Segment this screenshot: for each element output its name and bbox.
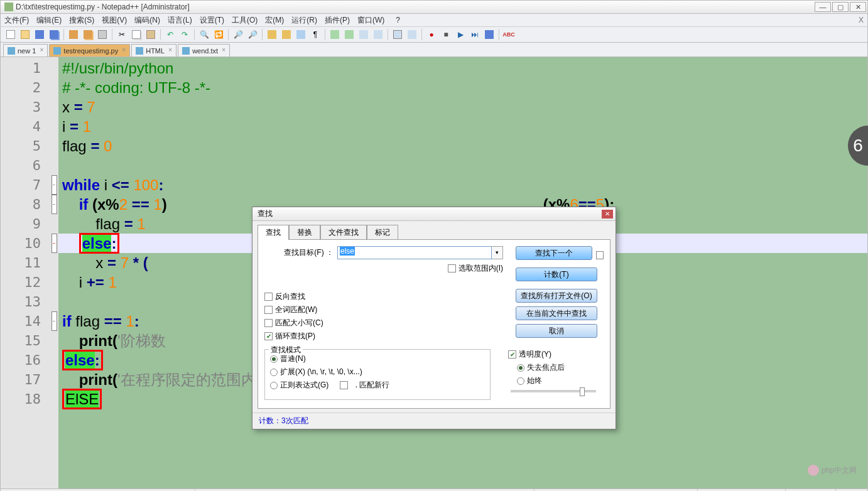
reverse-checkbox[interactable]	[264, 293, 273, 301]
mode-extended-radio[interactable]	[270, 369, 278, 376]
title-bar: D:\txt\testrequestimg.py - Notepad++ [Ad…	[0, 0, 868, 14]
find-icon[interactable]: 🔍	[198, 28, 210, 41]
copy-icon[interactable]	[130, 28, 143, 41]
close-icon[interactable]: ×	[38, 46, 45, 54]
find-in-current-button[interactable]: 在当前文件中查找	[516, 306, 597, 320]
func-list-icon[interactable]	[357, 28, 370, 41]
menu-search[interactable]: 搜索(S)	[69, 15, 94, 26]
stop-icon[interactable]: ■	[440, 28, 452, 41]
monitor-icon[interactable]	[391, 28, 404, 41]
dialog-tab-findinfiles[interactable]: 文件查找	[320, 225, 367, 240]
menubar-close-icon[interactable]: X	[859, 16, 864, 24]
transparency-slider[interactable]	[511, 390, 596, 392]
close-file-icon[interactable]	[67, 28, 80, 41]
record-icon[interactable]: ●	[425, 28, 438, 41]
trans-onblur-radio[interactable]	[517, 364, 524, 372]
wrap-checkbox[interactable]: ✔	[264, 332, 273, 340]
editor-area[interactable]: 123 456 789 101112 131415 161718 − − − −…	[0, 57, 868, 489]
fold-minus-icon[interactable]: −	[52, 175, 57, 195]
highlight-box: else:	[79, 233, 120, 254]
count-button[interactable]: 计数(T)	[516, 267, 597, 281]
wrap-icon[interactable]	[295, 28, 307, 41]
menu-settings[interactable]: 设置(T)	[200, 15, 224, 26]
menu-view[interactable]: 视图(V)	[102, 15, 127, 26]
close-all-icon[interactable]	[82, 28, 94, 41]
cut-icon[interactable]: ✂	[116, 28, 128, 41]
tab-new1[interactable]: new 1×	[3, 44, 48, 57]
dot-newline-checkbox[interactable]	[340, 381, 348, 389]
new-file-icon[interactable]	[4, 28, 17, 41]
find-next-button[interactable]: 查找下一个	[516, 246, 592, 260]
print-icon[interactable]	[96, 28, 109, 41]
mode-regex-radio[interactable]	[270, 382, 278, 389]
transparency-checkbox[interactable]: ✔	[508, 350, 516, 359]
close-icon[interactable]: ×	[220, 46, 227, 54]
redo-icon[interactable]: ↷	[178, 28, 191, 41]
close-icon[interactable]: ×	[120, 46, 127, 54]
spellcheck-icon[interactable]: ABC	[502, 28, 515, 41]
find-all-open-button[interactable]: 查找所有打开文件(O)	[516, 289, 597, 303]
mode-normal-radio[interactable]	[270, 355, 278, 363]
playmulti-icon[interactable]: ⏭	[469, 28, 481, 41]
toolbar: ✂ ↶ ↷ 🔍 🔁 🔎 🔎 ¶ ● ■ ▶ ⏭ ABC	[0, 26, 868, 43]
tab-html[interactable]: HTML×	[131, 44, 176, 57]
dialog-close-icon[interactable]: ✕	[602, 210, 613, 219]
fold-margin[interactable]: − − − −	[50, 57, 58, 488]
save-icon[interactable]	[33, 28, 46, 41]
menu-help[interactable]: ?	[396, 16, 400, 24]
zoom-in-icon[interactable]: 🔎	[232, 28, 244, 41]
replace-icon[interactable]: 🔁	[212, 28, 225, 41]
dialog-tab-replace[interactable]: 替换	[289, 225, 320, 240]
paste-icon[interactable]	[144, 28, 157, 41]
menu-file[interactable]: 文件(F)	[4, 15, 29, 26]
open-file-icon[interactable]	[19, 28, 31, 41]
tab-wend[interactable]: wend.txt×	[178, 44, 230, 57]
in-selection-checkbox[interactable]	[448, 264, 456, 272]
dialog-title-bar[interactable]: 查找 ✕	[252, 207, 616, 221]
transparency-group: ✔透明度(Y) 失去焦点后 始终	[503, 349, 604, 400]
indent-guide-icon[interactable]	[328, 28, 341, 41]
find-target-input[interactable]: else	[337, 246, 492, 259]
dialog-tab-mark[interactable]: 标记	[367, 225, 398, 240]
findnext-extra-checkbox[interactable]	[596, 251, 604, 259]
tab-testrequestimg[interactable]: testrequestimg.py×	[49, 44, 130, 57]
watermark: php中文网	[808, 465, 857, 476]
sync-v-icon[interactable]	[266, 28, 278, 41]
menu-run[interactable]: 运行(R)	[291, 15, 317, 26]
dialog-title: 查找	[258, 208, 273, 219]
fold-minus-icon[interactable]: −	[52, 311, 57, 331]
folder-icon[interactable]	[372, 28, 384, 41]
menu-plugins[interactable]: 插件(P)	[325, 15, 350, 26]
menu-macro[interactable]: 宏(M)	[265, 15, 284, 26]
menu-window[interactable]: 窗口(W)	[357, 15, 384, 26]
dialog-tab-find[interactable]: 查找	[258, 225, 289, 240]
undo-icon[interactable]: ↶	[164, 28, 176, 41]
fold-plus-icon[interactable]: −	[52, 234, 57, 253]
save-all-icon[interactable]	[48, 28, 60, 41]
window-title: D:\txt\testrequestimg.py - Notepad++ [Ad…	[16, 3, 190, 11]
wholeword-checkbox[interactable]	[264, 306, 273, 314]
doc-switcher-icon[interactable]	[406, 28, 418, 41]
save-macro-icon[interactable]	[483, 28, 496, 41]
zoom-out-icon[interactable]: 🔎	[246, 28, 259, 41]
close-window-button[interactable]: ✕	[850, 2, 866, 12]
close-icon[interactable]: ×	[166, 46, 174, 54]
sync-h-icon[interactable]	[280, 28, 293, 41]
dialog-tabs: 查找 替换 文件查找 标记	[252, 221, 616, 239]
play-icon[interactable]: ▶	[454, 28, 467, 41]
maximize-button[interactable]: ▢	[832, 2, 849, 12]
cancel-button[interactable]: 取消	[516, 324, 597, 338]
matchcase-checkbox[interactable]	[264, 319, 273, 327]
show-all-icon[interactable]: ¶	[309, 28, 322, 41]
doc-map-icon[interactable]	[343, 28, 355, 41]
find-target-label: 查找目标(F) ：	[264, 247, 334, 258]
dropdown-icon[interactable]: ▾	[492, 246, 503, 259]
document-tabs: new 1× testrequestimg.py× HTML× wend.txt…	[0, 43, 868, 57]
menu-language[interactable]: 语言(L)	[168, 15, 192, 26]
fold-minus-icon[interactable]: −	[52, 195, 57, 214]
menu-edit[interactable]: 编辑(E)	[36, 15, 62, 26]
menu-encoding[interactable]: 编码(N)	[134, 15, 160, 26]
minimize-button[interactable]: —	[815, 2, 831, 12]
menu-tools[interactable]: 工具(O)	[232, 15, 258, 26]
trans-always-radio[interactable]	[517, 377, 524, 385]
